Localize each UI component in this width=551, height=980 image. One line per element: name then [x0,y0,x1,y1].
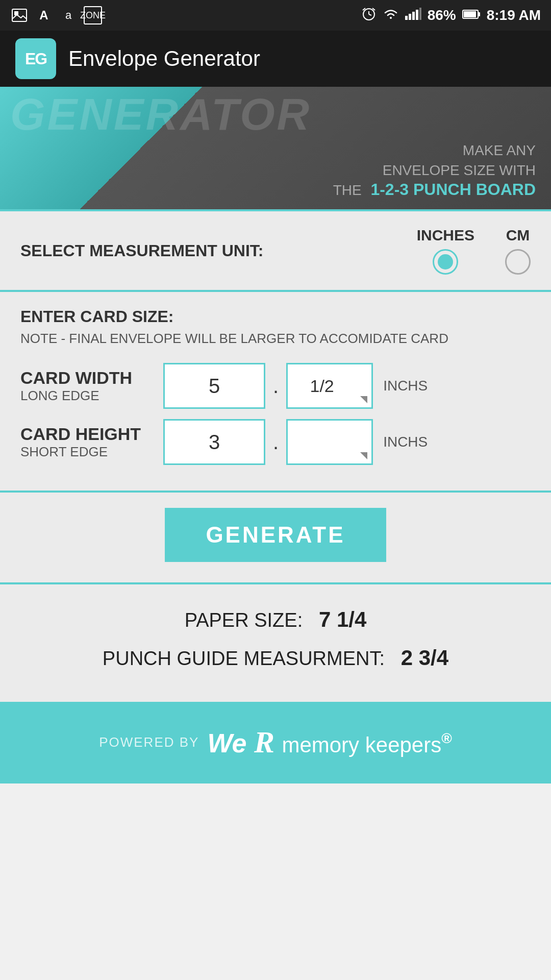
card-height-dot: . [273,431,279,454]
card-height-fraction-select[interactable]: 1/4 1/2 3/4 [286,419,373,465]
the-label: THE [333,182,362,198]
radio-group: INCHES CM [417,227,531,275]
card-size-section: ENTER CARD SIZE: NOTE - FINAL ENVELOPE W… [0,292,551,493]
status-bar: A a ZONE 86% 8:19 AM [0,0,551,31]
gallery-icon [10,6,29,24]
svg-rect-9 [412,12,415,20]
app-header: EG Envelope Generator [0,31,551,87]
measurement-row: SELECT MEASUREMENT UNIT: INCHES CM [20,227,531,275]
signal-icon [405,7,421,23]
card-height-unit: INCHS [383,434,428,450]
wifi-icon [383,7,399,23]
card-size-note: NOTE - FINAL ENVELOPE WILL BE LARGER TO … [20,329,531,348]
banner-subtitle: MAKE ANY ENVELOPE SIZE WITH [15,140,536,180]
make-any-text: MAKE ANY [463,142,536,158]
card-width-select-arrow [360,396,367,403]
svg-rect-10 [416,10,418,20]
envelope-size-text: ENVELOPE SIZE WITH [383,162,536,178]
card-height-sub-label: SHORT EDGE [20,444,163,460]
card-width-unit: INCHS [383,378,428,394]
card-width-sub-label: LONG EDGE [20,388,163,404]
amazon-icon: a [59,6,78,24]
svg-rect-14 [478,12,480,16]
card-height-fields: . 1/4 1/2 3/4 INCHS [163,419,531,465]
card-width-row: CARD WIDTH LONG EDGE . 1/4 1/2 3/4 INCHS [20,363,531,409]
inches-option[interactable]: INCHES [417,227,474,275]
zone-icon: ZONE [84,6,102,24]
card-height-whole-input[interactable] [163,419,265,465]
generate-button[interactable]: GENERATE [165,508,386,562]
results-section: PAPER SIZE: 7 1/4 PUNCH GUIDE MEASURMENT… [0,584,551,702]
status-right: 86% 8:19 AM [361,6,541,25]
status-icons: A a ZONE [10,6,102,24]
punch-guide-label: PUNCH GUIDE MEASURMENT: [103,648,385,669]
svg-rect-0 [12,9,27,21]
card-height-row: CARD HEIGHT SHORT EDGE . 1/4 1/2 3/4 INC… [20,419,531,465]
cm-radio[interactable] [505,249,531,275]
battery-icon [462,7,481,23]
inches-radio[interactable] [433,249,458,275]
banner-punch: THE 1-2-3 PUNCH BOARD [15,180,536,199]
card-width-label-group: CARD WIDTH LONG EDGE [20,369,163,403]
measurement-section: SELECT MEASUREMENT UNIT: INCHES CM [0,211,551,292]
svg-rect-7 [405,16,408,20]
app-title: Envelope Generator [68,46,260,71]
banner: GENERATOR MAKE ANY ENVELOPE SIZE WITH TH… [0,87,551,209]
card-size-title: ENTER CARD SIZE: [20,307,531,326]
a-icon: A [35,6,53,24]
paper-size-label: PAPER SIZE: [185,609,303,631]
card-height-label-group: CARD HEIGHT SHORT EDGE [20,425,163,459]
alarm-icon [361,6,377,25]
generate-section: GENERATE [0,493,551,584]
inches-label: INCHES [417,227,474,244]
paper-size-value: 7 1/4 [319,607,366,631]
measurement-label: SELECT MEASUREMENT UNIT: [20,241,417,260]
cm-label: CM [506,227,530,244]
svg-rect-8 [409,14,411,20]
cm-option[interactable]: CM [505,227,531,275]
svg-rect-13 [464,11,476,17]
punch-guide-value: 2 3/4 [401,646,448,670]
punch-guide-row: PUNCH GUIDE MEASURMENT: 2 3/4 [20,643,531,673]
card-height-main-label: CARD HEIGHT [20,425,163,444]
card-width-main-label: CARD WIDTH [20,369,163,387]
svg-line-4 [369,14,371,15]
svg-rect-11 [419,8,421,20]
card-height-select-arrow [360,452,367,459]
banner-big-text: GENERATOR [10,92,311,137]
card-width-fields: . 1/4 1/2 3/4 INCHS [163,363,531,409]
paper-size-row: PAPER SIZE: 7 1/4 [20,605,531,635]
card-width-dot: . [273,375,279,398]
punch-board-text: 1-2-3 PUNCH BOARD [370,180,536,199]
card-height-fraction-dropdown[interactable]: 1/4 1/2 3/4 [288,421,356,463]
footer: POWERED BY We R memory keepers® [0,702,551,783]
card-width-fraction-select[interactable]: 1/4 1/2 3/4 [286,363,373,409]
main-content: SELECT MEASUREMENT UNIT: INCHES CM ENTER… [0,211,551,783]
footer-brand: We R memory keepers® [207,725,452,760]
app-logo: EG [15,38,56,79]
footer-powered-text: POWERED BY [99,734,199,750]
card-width-fraction-dropdown[interactable]: 1/4 1/2 3/4 [288,364,356,407]
card-width-whole-input[interactable] [163,363,265,409]
time: 8:19 AM [487,7,541,23]
battery-percent: 86% [428,7,456,23]
